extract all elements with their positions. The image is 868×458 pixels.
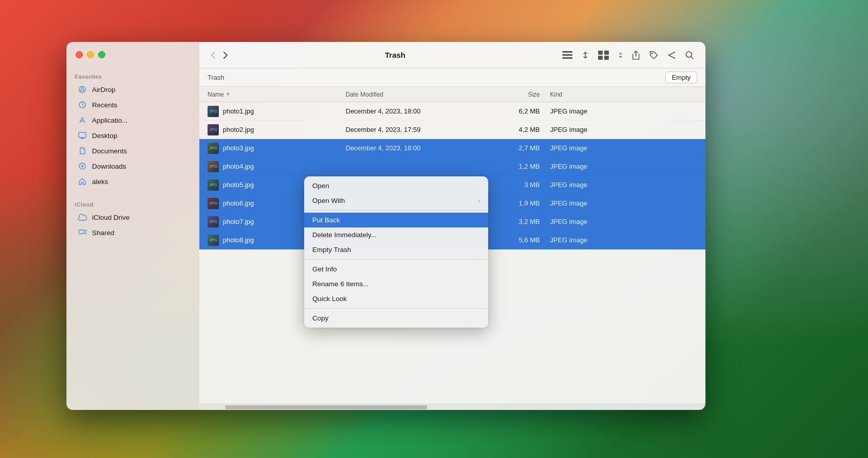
desktop-icon	[78, 131, 87, 140]
location-bar: Trash Empty	[199, 68, 705, 87]
close-button[interactable]	[76, 51, 83, 58]
file-name: photo3.jpg	[223, 144, 346, 152]
tag-button[interactable]	[646, 49, 661, 62]
file-row[interactable]: JPG photo1.jpg December 4, 2023, 18:00 6…	[199, 102, 705, 121]
context-menu-item-copy[interactable]: Copy	[304, 311, 488, 326]
home-label: aleks	[92, 178, 108, 186]
context-menu-item-put-back[interactable]: Put Back	[304, 213, 488, 227]
shared-icon	[78, 228, 87, 237]
file-date: December 4, 2023, 18:00	[346, 107, 489, 115]
context-menu-label: Get Info	[312, 265, 337, 273]
header-date[interactable]: Date Modified	[346, 91, 489, 98]
context-menu-separator	[304, 308, 488, 309]
grid-view-button[interactable]	[595, 49, 612, 62]
file-list-header: Name Date Modified Size Kind	[199, 87, 705, 102]
list-view-button[interactable]	[559, 49, 576, 61]
svg-rect-8	[562, 57, 573, 59]
share-button[interactable]	[629, 48, 643, 62]
context-menu-item-empty-trash[interactable]: Empty Trash	[304, 242, 488, 257]
file-icon: JPG	[208, 161, 219, 172]
file-date: December 4, 2023, 17:59	[346, 126, 489, 133]
documents-label: Documents	[92, 147, 127, 155]
context-menu-label: Rename 6 Items...	[312, 280, 369, 288]
sort-button[interactable]	[579, 50, 592, 60]
location-label: Trash	[208, 74, 224, 81]
file-kind: JPEG image	[540, 181, 697, 189]
file-kind: JPEG image	[540, 126, 697, 133]
nav-buttons	[208, 49, 231, 61]
shared-label: Shared	[92, 229, 115, 237]
file-size: 5,6 MB	[489, 236, 540, 244]
file-kind: JPEG image	[540, 144, 697, 152]
scroll-track[interactable]	[199, 404, 705, 410]
context-menu-label: Quick Look	[312, 295, 347, 303]
search-button[interactable]	[682, 49, 697, 62]
traffic-lights	[76, 51, 105, 58]
sidebar-item-documents[interactable]: Documents	[70, 143, 196, 158]
sidebar-item-icloud-drive[interactable]: iCloud Drive	[70, 210, 196, 225]
header-size[interactable]: Size	[489, 91, 540, 98]
header-kind[interactable]: Kind	[540, 91, 697, 98]
sidebar-item-airdrop[interactable]: AirDrop	[70, 82, 196, 97]
file-row[interactable]: JPG photo2.jpg December 4, 2023, 17:59 4…	[199, 121, 705, 139]
context-menu: Open Open With › Put Back Delete Immedia…	[304, 176, 488, 328]
file-kind: JPEG image	[540, 218, 697, 225]
icloud-drive-icon	[78, 213, 87, 222]
file-size: 6,2 MB	[489, 107, 540, 115]
context-menu-item-rename[interactable]: Rename 6 Items...	[304, 277, 488, 291]
toolbar: Trash	[199, 42, 705, 68]
svg-rect-3	[79, 132, 86, 138]
context-menu-item-get-info[interactable]: Get Info	[304, 262, 488, 277]
sidebar-item-home[interactable]: aleks	[70, 174, 196, 189]
file-icon: JPG	[208, 124, 219, 135]
toolbar-actions	[559, 48, 697, 62]
file-row[interactable]: JPG photo4.jpg 1,2 MB JPEG image	[199, 157, 705, 176]
scroll-thumb[interactable]	[225, 405, 427, 409]
icloud-section-label: iCloud	[66, 195, 199, 210]
context-menu-label: Delete Immediately...	[312, 231, 377, 239]
svg-rect-9	[598, 51, 603, 55]
svg-rect-7	[562, 54, 573, 56]
context-menu-item-quick-look[interactable]: Quick Look	[304, 291, 488, 306]
window-title: Trash	[235, 51, 555, 59]
more-button[interactable]	[665, 49, 679, 61]
minimize-button[interactable]	[87, 51, 94, 58]
icloud-drive-label: iCloud Drive	[92, 214, 130, 221]
sidebar-item-downloads[interactable]: Downloads	[70, 158, 196, 174]
recents-label: Recents	[92, 101, 118, 109]
file-name: photo1.jpg	[223, 107, 346, 115]
context-menu-label: Open With	[312, 197, 345, 204]
empty-trash-button[interactable]: Empty	[665, 72, 697, 83]
context-menu-separator	[304, 259, 488, 260]
svg-point-14	[686, 52, 692, 57]
file-icon: JPG	[208, 235, 219, 246]
svg-rect-6	[562, 51, 573, 53]
downloads-label: Downloads	[92, 163, 126, 170]
back-button[interactable]	[208, 49, 219, 61]
context-menu-item-open-with[interactable]: Open With ›	[304, 193, 488, 208]
file-kind: JPEG image	[540, 163, 697, 170]
desktop-label: Desktop	[92, 132, 118, 140]
context-menu-item-open[interactable]: Open	[304, 178, 488, 193]
svg-point-1	[81, 88, 84, 91]
maximize-button[interactable]	[98, 51, 105, 58]
applications-icon	[78, 116, 87, 125]
file-size: 1,2 MB	[489, 163, 540, 170]
grid-options-button[interactable]	[615, 50, 626, 60]
airdrop-label: AirDrop	[92, 86, 116, 94]
context-menu-item-delete-immediately[interactable]: Delete Immediately...	[304, 227, 488, 242]
applications-label: Applicatio...	[92, 117, 128, 124]
context-menu-label: Open	[312, 182, 329, 190]
sidebar-item-shared[interactable]: Shared	[70, 225, 196, 240]
downloads-icon	[78, 162, 87, 171]
sidebar: Favorites AirDrop Recents	[66, 42, 199, 410]
header-name[interactable]: Name	[208, 91, 346, 98]
file-kind: JPEG image	[540, 107, 697, 115]
context-menu-label: Copy	[312, 314, 329, 322]
file-row[interactable]: JPG photo3.jpg December 4, 2023, 18:00 2…	[199, 139, 705, 157]
submenu-arrow: ›	[478, 198, 480, 204]
sidebar-item-desktop[interactable]: Desktop	[70, 128, 196, 143]
forward-button[interactable]	[220, 49, 231, 61]
sidebar-item-recents[interactable]: Recents	[70, 97, 196, 112]
sidebar-item-applications[interactable]: Applicatio...	[70, 112, 196, 128]
